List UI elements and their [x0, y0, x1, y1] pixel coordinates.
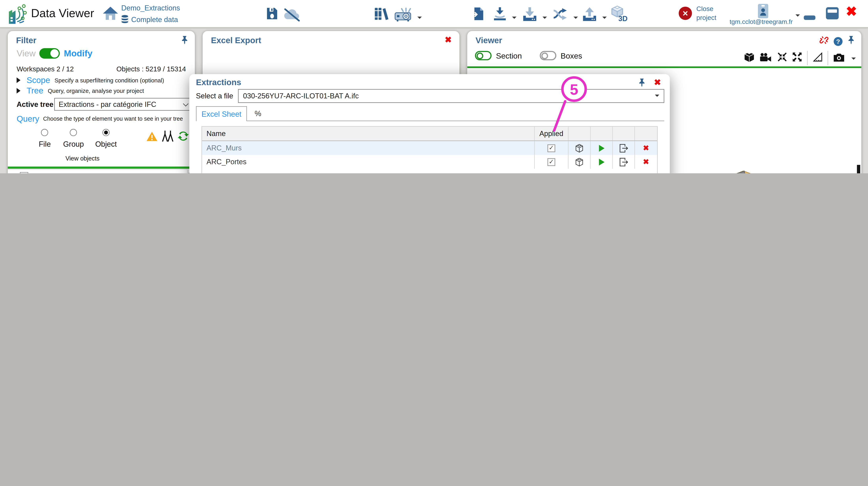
application-window: Data Viewer Demo_Extractions Complete da… [0, 0, 868, 173]
app-title: Data Viewer [31, 7, 94, 20]
radio-object-circle[interactable] [102, 129, 110, 136]
warning-icon [146, 131, 158, 144]
window-minimize-button[interactable] [804, 15, 815, 20]
applied-checkbox[interactable]: ✓ [548, 158, 555, 166]
boxes-toggle[interactable] [539, 51, 556, 60]
measure-icon[interactable] [812, 52, 823, 64]
export-file-icon[interactable] [619, 143, 628, 153]
cube-view-icon[interactable] [744, 52, 754, 65]
radio-file[interactable]: File [39, 128, 51, 148]
user-menu-caret[interactable] [794, 10, 800, 20]
chevron-down-icon [183, 101, 189, 106]
file-select[interactable]: 030-256YU7-ARC-ILOT01-BAT A.ifc [238, 89, 664, 103]
viewer-progress-bar [467, 66, 861, 68]
camera-icon[interactable] [833, 52, 845, 64]
cube-icon[interactable] [575, 143, 584, 153]
download-menu-caret[interactable] [541, 12, 547, 22]
3d-model [660, 165, 857, 173]
delete-icon[interactable]: ✖ [643, 144, 649, 152]
save-icon[interactable] [266, 7, 278, 22]
pin-icon[interactable] [847, 35, 855, 47]
upload-menu-caret[interactable] [601, 12, 607, 22]
column-name: Name [202, 127, 534, 140]
upload-icon[interactable] [582, 7, 597, 23]
active-tree-select[interactable]: Extractions - par catégorie IFC [54, 98, 193, 111]
projector-icon[interactable] [394, 8, 414, 25]
tab-percent[interactable]: % [247, 106, 269, 121]
filter-progress-bar [8, 167, 195, 169]
viewer-scale-bar [857, 165, 860, 173]
tree-hint: Query, organize, analyse your project [48, 87, 144, 94]
workspaces-count: Workspaces 2 / 12 [17, 65, 74, 73]
video-camera-icon[interactable] [760, 52, 772, 64]
modal-close-icon[interactable]: ✖ [654, 78, 661, 86]
file-select-value: 030-256YU7-ARC-ILOT01-BAT A.ifc [243, 92, 359, 100]
extractions-title: Extractions [196, 77, 241, 87]
table-header: Name Applied [202, 127, 657, 141]
shuffle-menu-caret[interactable] [572, 12, 578, 22]
project-name[interactable]: Demo_Extractions [121, 4, 180, 12]
download-setup-caret[interactable] [510, 12, 517, 22]
tree-label: Tree [27, 86, 43, 95]
collapse-view-icon[interactable] [777, 52, 787, 64]
radio-group-circle[interactable] [70, 129, 77, 136]
column-applied: Applied [534, 127, 569, 140]
delete-icon[interactable]: ✖ [643, 158, 649, 166]
cube-icon[interactable] [575, 157, 584, 166]
window-maximize-button[interactable] [826, 7, 839, 19]
section-toggle[interactable] [475, 51, 492, 60]
user-email: tgm.cclot@treegram.fr [720, 18, 803, 25]
run-icon[interactable] [598, 144, 605, 152]
run-icon[interactable] [598, 158, 605, 166]
export-file-icon[interactable] [619, 157, 628, 166]
applied-checkbox[interactable]: ✓ [548, 144, 555, 152]
extractions-modal: Extractions ✖ Select a file 030-256YU7-A… [189, 74, 670, 173]
projector-menu-caret[interactable] [416, 12, 422, 22]
extraction-row-arc_murs[interactable]: ARC_Murs✓✖ [202, 141, 657, 155]
refresh-icon[interactable] [178, 131, 189, 144]
import-file-icon[interactable] [470, 7, 483, 23]
excel-export-title: Excel Export [211, 35, 261, 45]
pin-icon[interactable] [638, 78, 645, 90]
active-tree-label: Active tree [17, 100, 55, 108]
broken-link-icon[interactable] [819, 35, 829, 47]
row-checkbox[interactable] [20, 172, 28, 173]
shuffle-icon[interactable] [553, 7, 567, 23]
divider [828, 51, 828, 65]
radio-group[interactable]: Group [63, 128, 84, 148]
boxes-label: Boxes [561, 51, 582, 60]
scope-hint: Specify a superfiltering condition (opti… [55, 77, 164, 84]
close-project-button[interactable]: ✕ Close project [679, 4, 716, 22]
home-icon[interactable] [103, 7, 118, 23]
tree-row-all[interactable]: ▼<All>52382 [8, 170, 195, 173]
expand-view-icon[interactable] [792, 52, 802, 64]
ifc-tree-list: ▼<All>52382File10IfcBuilding10IfcBuildin… [8, 169, 195, 173]
view-modify-toggle[interactable] [39, 48, 60, 59]
tree-structure-icon[interactable] [161, 131, 174, 144]
excel-export-close-icon[interactable]: ✖ [445, 35, 452, 44]
radio-object[interactable]: Object [95, 128, 117, 148]
scope-section-toggle[interactable]: Scope Specify a superfiltering condition… [17, 75, 164, 85]
extraction-rows: ARC_Murs✓✖ARC_Portes✓✖ [202, 141, 657, 169]
window-close-button[interactable]: ✖ [846, 5, 857, 18]
download-setup-icon[interactable] [493, 7, 507, 23]
radio-file-circle[interactable] [41, 129, 48, 136]
scope-caret-icon [17, 77, 23, 83]
top-toolbar: Data Viewer Demo_Extractions Complete da… [0, 0, 868, 28]
tree-section-toggle[interactable]: Tree Query, organize, analyse your proje… [17, 86, 144, 95]
extraction-row-arc_portes[interactable]: ARC_Portes✓✖ [202, 155, 657, 169]
filter-panel-title: Filter [16, 35, 36, 45]
dataset-selector[interactable]: Complete data [121, 15, 178, 24]
database-icon [121, 15, 128, 24]
select-file-label: Select a file [196, 92, 233, 100]
cloud-offline-icon[interactable] [282, 8, 301, 24]
chevron-down-icon [655, 95, 659, 99]
help-icon[interactable]: ? [834, 37, 842, 46]
row-count-2: 2382 [71, 172, 87, 173]
extractions-table: Name Applied ARC_Murs✓✖ARC_Portes✓✖ [202, 126, 657, 173]
download-icon[interactable] [523, 7, 537, 23]
pin-icon[interactable] [181, 35, 188, 47]
library-icon[interactable] [375, 7, 389, 23]
tab-excel-sheet[interactable]: Excel Sheet [196, 106, 247, 121]
camera-menu-caret[interactable] [850, 53, 856, 63]
